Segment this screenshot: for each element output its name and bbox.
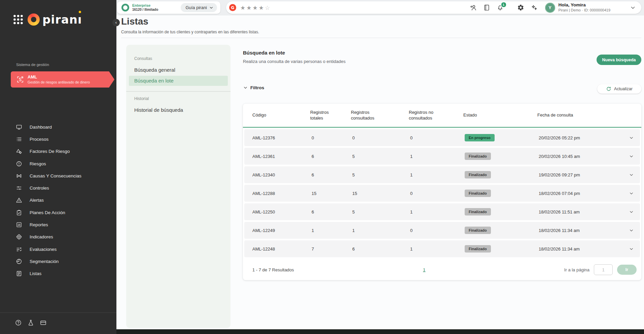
guide-button-label: Guía pirani: [185, 5, 207, 10]
row-chevron-down-icon[interactable]: [629, 191, 634, 196]
plan-pill: Enterprise 16120 / Ilimitado Guía pirani: [117, 1, 220, 14]
sidebar-item-alertas[interactable]: Alertas: [0, 194, 116, 206]
table-row[interactable]: AML-12376 0 0 0 En progreso 20/02/2026 0…: [244, 129, 640, 146]
sidebar-item-procesos[interactable]: Procesos: [0, 133, 116, 145]
table-body: AML-12376 0 0 0 En progreso 20/02/2026 0…: [243, 128, 641, 257]
gear-icon[interactable]: [517, 4, 524, 11]
help-circle-icon[interactable]: [15, 319, 22, 326]
triangle-gear-icon: [16, 148, 22, 155]
user-chevron-down-icon[interactable]: [630, 5, 636, 11]
refresh-button[interactable]: Actualizar: [597, 84, 641, 94]
cell-codigo: AML-12288: [244, 191, 312, 196]
cell-registros-consultados: 0: [352, 135, 410, 140]
table-row[interactable]: AML-12248 7 6 1 Finalizado 18/02/2026 11…: [244, 240, 640, 257]
status-badge: Finalizado: [465, 171, 491, 178]
user-greeting: Hola, Yomira: [559, 2, 611, 8]
subnav-item[interactable]: Historial de búsqueda: [129, 105, 228, 115]
sidebar-item-indicadores[interactable]: Indicadores: [0, 231, 116, 243]
sidebar-item-listas[interactable]: Listas: [0, 268, 116, 280]
section-heading: Búsqueda en lote: [243, 50, 285, 56]
sidebar-item-riesgos[interactable]: Riesgos: [0, 158, 116, 170]
card-icon[interactable]: [40, 319, 47, 326]
rating-stars[interactable]: ★★★★☆: [240, 4, 271, 11]
apps-grid-icon[interactable]: [12, 13, 24, 26]
cell-codigo: AML-12249: [244, 228, 312, 233]
book-icon[interactable]: [483, 4, 490, 11]
table-row[interactable]: AML-12361 6 5 1 Finalizado 20/02/2026 10…: [244, 148, 640, 165]
cell-fecha: 19/02/2026 09:27 pm: [539, 172, 623, 177]
table-row[interactable]: AML-12340 6 5 1 Finalizado 19/02/2026 09…: [244, 166, 640, 183]
aml-subtitle: Gestión de riesgos antilavado de dinero: [28, 80, 90, 85]
row-chevron-down-icon[interactable]: [629, 209, 634, 214]
status-badge: Finalizado: [465, 227, 491, 234]
cell-codigo: AML-12361: [244, 154, 312, 159]
sparkle-icon[interactable]: [531, 4, 538, 11]
subnav-item[interactable]: Búsqueda en lote: [129, 76, 228, 86]
results-table-card: Código Registros totales Registros consu…: [243, 104, 641, 280]
cell-registros-no-consultados: 1: [410, 172, 465, 177]
chevron-down-icon: [209, 5, 214, 10]
sidebar-item-dashboard[interactable]: Dashboard: [0, 121, 116, 133]
sidebar-item-segmentacion[interactable]: Segmentación: [0, 255, 116, 267]
filters-toggle[interactable]: Filtros: [243, 85, 264, 90]
cell-registros-totales: 7: [312, 246, 352, 252]
section-subheading: Realiza una consulta de varias personas …: [243, 59, 346, 64]
chart-box-icon: [16, 222, 22, 228]
aml-title: AML: [28, 74, 90, 80]
sliders-icon: [16, 185, 22, 191]
guide-button[interactable]: Guía pirani: [181, 3, 217, 12]
pagination-page-link[interactable]: 1: [423, 267, 426, 272]
sidebar: piranı Sistema de gestión AML Gestión de…: [0, 0, 116, 334]
row-chevron-down-icon[interactable]: [629, 228, 634, 233]
filters-label: Filtros: [250, 85, 264, 90]
row-chevron-down-icon[interactable]: [629, 154, 634, 159]
plan-name: Enterprise: [132, 3, 158, 8]
alert-circle-icon: [16, 161, 22, 167]
cell-registros-totales: 6: [312, 154, 352, 159]
cell-registros-consultados: 5: [352, 172, 410, 177]
sidebar-collapse-button[interactable]: ‹: [112, 19, 120, 26]
topbar: G ★★★★☆ 1 Y Hola, Yomira Pirani | Demo ·…: [226, 1, 641, 14]
goto-page-input[interactable]: [594, 264, 613, 275]
sidebar-item-label: Controles: [30, 186, 49, 191]
sidebar-item-factores-de-riesgo[interactable]: Factores De Riesgo: [0, 145, 116, 158]
sidebar-item-controles[interactable]: Controles: [0, 182, 116, 194]
add-user-icon[interactable]: [470, 4, 477, 11]
system-label: Sistema de gestión: [16, 63, 49, 67]
cell-codigo: AML-12248: [244, 246, 312, 252]
sidebar-item-label: Dashboard: [30, 125, 52, 130]
sidebar-item-label: Alertas: [30, 198, 44, 203]
cell-fecha: 18/02/2026 11:34 am: [539, 228, 623, 233]
sidebar-item-causas-y-consecuencias[interactable]: Causas Y Consecuencias: [0, 170, 116, 182]
sidebar-item-evaluaciones[interactable]: Evaluaciones: [0, 243, 116, 255]
warning-triangle-icon: [16, 197, 22, 203]
cell-codigo: AML-12340: [244, 172, 312, 177]
cell-fecha: 18/02/2026 11:51 am: [539, 209, 623, 214]
new-search-button[interactable]: Nueva búsqueda: [597, 55, 641, 65]
list-lines-icon: [16, 136, 22, 142]
cell-registros-consultados: 5: [352, 154, 410, 159]
row-chevron-down-icon[interactable]: [629, 246, 634, 252]
go-button[interactable]: Ir: [617, 265, 637, 275]
user-menu[interactable]: Hola, Yomira Pirani | Demo · ID: 0000000…: [559, 2, 611, 13]
sidebar-item-reportes[interactable]: Reportes: [0, 219, 116, 231]
refresh-label: Actualizar: [614, 87, 633, 91]
page-description: Consulta la información de tus clientes …: [121, 30, 259, 34]
aml-module-icon: [16, 75, 24, 84]
row-chevron-down-icon[interactable]: [629, 172, 634, 177]
logo: piranı: [12, 13, 82, 26]
avatar[interactable]: Y: [545, 3, 555, 13]
chevron-down-icon: [243, 85, 248, 90]
subnav-item[interactable]: Búsqueda general: [129, 65, 228, 75]
page-title: Listas: [121, 16, 148, 27]
table-row[interactable]: AML-12250 6 5 1 Finalizado 18/02/2026 11…: [244, 203, 640, 220]
sidebar-footer: [15, 319, 47, 326]
aml-module-banner[interactable]: AML Gestión de riesgos antilavado de din…: [11, 71, 109, 88]
cell-registros-no-consultados: 0: [410, 191, 465, 196]
table-row[interactable]: AML-12249 1 1 0 Finalizado 18/02/2026 11…: [244, 222, 640, 239]
table-row[interactable]: AML-12288 15 15 0 Finalizado 18/02/2026 …: [244, 185, 640, 202]
flask-icon[interactable]: [27, 319, 34, 326]
cell-registros-no-consultados: 1: [410, 209, 465, 214]
sidebar-item-planes-de-accion[interactable]: Planes De Acción: [0, 206, 116, 219]
row-chevron-down-icon[interactable]: [629, 135, 634, 140]
